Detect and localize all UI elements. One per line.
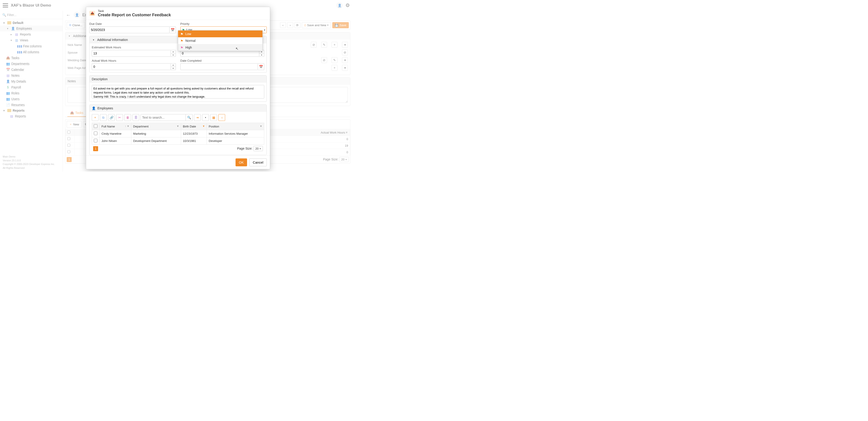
save-and-new-button[interactable]: ⎙Save and New▾ <box>302 22 331 28</box>
row-checkbox[interactable] <box>94 131 97 135</box>
tree-tasks[interactable]: 📤Tasks <box>0 55 63 61</box>
field-edit-icon[interactable]: ✎ <box>321 42 327 48</box>
export-icon[interactable]: ⇥ <box>194 114 201 121</box>
row-checkbox[interactable] <box>67 144 70 147</box>
calendar-icon[interactable]: 📅 <box>169 27 176 33</box>
row-checkbox[interactable] <box>94 139 97 142</box>
cursor-icon: ↖ <box>236 46 239 51</box>
link-icon[interactable]: 🔗 <box>108 114 115 121</box>
spin-up[interactable]: ▲ <box>171 50 176 54</box>
delete-icon[interactable]: 🗑 <box>124 114 131 121</box>
due-date-input[interactable] <box>89 27 169 33</box>
archive-icon[interactable]: 🗄 <box>132 114 139 121</box>
tree-all-columns[interactable]: ▮▮▮All columns <box>0 49 63 55</box>
gear-icon[interactable]: ⚙ <box>345 2 350 8</box>
field-clear-icon[interactable]: ⊘ <box>321 57 327 63</box>
tree-employees[interactable]: ▾👤Employees <box>0 26 63 31</box>
col-birth-date[interactable]: Birth Date▼ <box>181 123 207 130</box>
tree-users[interactable]: 👥Users <box>0 96 63 102</box>
spin-up[interactable]: ▲ <box>171 64 176 67</box>
row-checkbox[interactable] <box>67 150 70 153</box>
filter-toggle-icon[interactable]: ⫞ <box>218 114 225 121</box>
modal-subtitle: Task <box>98 9 171 13</box>
tree-calendar[interactable]: 📅Calendar <box>0 67 63 72</box>
actual-hours-input[interactable] <box>92 63 171 70</box>
field-dropdown-icon[interactable]: ▾ <box>342 42 348 48</box>
clone-icon[interactable]: ⧉ <box>100 114 107 121</box>
refresh-button[interactable]: ⟳ <box>294 22 301 28</box>
tree-default[interactable]: ▾Default <box>0 20 63 26</box>
modal-title: Create Report on Customer Feedback <box>98 13 171 18</box>
spin-down[interactable]: ▼ <box>171 67 176 70</box>
spin-down[interactable]: ▼ <box>259 54 264 57</box>
date-completed-input[interactable] <box>180 63 258 70</box>
save-button[interactable]: 💾Save <box>332 22 349 28</box>
back-button[interactable]: ← <box>65 12 71 18</box>
field-clear-icon[interactable]: ⊘ <box>342 50 348 55</box>
tree-reports-leaf[interactable]: ▤Reports <box>0 113 63 119</box>
col-full-name[interactable]: Full Name↑ ▼ <box>100 123 131 130</box>
table-row[interactable]: Cindy HanelineMarketing12/23/1973Informa… <box>92 130 264 137</box>
emp-search-input[interactable] <box>141 114 186 121</box>
description-header: Description <box>90 75 267 83</box>
tab-tasks[interactable]: 📤Tasks <box>67 109 86 117</box>
col-department[interactable]: Department▼ <box>131 123 181 130</box>
nav-next-button[interactable]: › <box>287 22 293 28</box>
new-button[interactable]: ＋New <box>67 121 82 128</box>
clone-button[interactable]: ⧉Clone... <box>67 22 85 28</box>
ok-button[interactable]: OK <box>236 158 247 166</box>
actual-hours-label: Actual Work Hours <box>92 59 176 62</box>
tree-my-details[interactable]: 👤My Details <box>0 78 63 84</box>
export-caret[interactable]: ▾ <box>202 114 209 121</box>
due-date-label: Due Date <box>89 22 176 26</box>
tree-resumes[interactable]: 📄Resumes <box>0 102 63 108</box>
field-dropdown-icon[interactable]: ▾ <box>342 57 348 63</box>
priority-option-high[interactable]: ⚑High <box>178 44 262 51</box>
emp-select-all[interactable] <box>94 124 97 128</box>
table-row[interactable]: John NilsenDevelopment Department10/3/19… <box>92 137 264 144</box>
tree-reports-node[interactable]: ▸▤Reports <box>0 31 63 37</box>
date-completed-label: Date Completed <box>180 59 265 62</box>
emp-page-badge[interactable]: 1 <box>93 146 98 151</box>
tree-payroll[interactable]: $Payroll <box>0 84 63 90</box>
nav-prev-button[interactable]: ‹ <box>280 22 286 28</box>
field-edit-icon[interactable]: ✎ <box>332 57 338 63</box>
field-dropdown-icon[interactable]: ▾ <box>342 65 348 71</box>
employees-header: 👤Employees <box>90 105 267 112</box>
tree-views[interactable]: ▾▥Views <box>0 37 63 43</box>
tree-reports-section[interactable]: ▾Reports <box>0 108 63 113</box>
select-all-checkbox[interactable] <box>67 131 70 134</box>
tree-departments[interactable]: 👥Departments <box>0 61 63 67</box>
page-size-label: Page Size: <box>323 158 338 161</box>
row-checkbox[interactable] <box>67 137 70 140</box>
col-position[interactable]: Position▼ <box>207 123 264 130</box>
search-input[interactable] <box>6 12 60 18</box>
emp-page-size-select[interactable]: 20 ▾ <box>253 146 263 151</box>
page-badge[interactable]: 1 <box>67 157 72 162</box>
chevron-down-icon: ▾ <box>264 29 265 31</box>
cancel-button[interactable]: Cancel <box>249 158 267 166</box>
unlink-icon[interactable]: ✂ <box>116 114 123 121</box>
avatar[interactable]: 👤 <box>336 2 343 8</box>
tree-roles[interactable]: 👥Roles <box>0 90 63 96</box>
spin-down[interactable]: ▼ <box>171 54 176 57</box>
columns-icon[interactable]: ▦ <box>210 114 217 121</box>
priority-option-low[interactable]: ⚑Low <box>178 31 262 37</box>
page-size-select[interactable]: 20 ▾ <box>339 157 349 162</box>
add-icon[interactable]: ＋ <box>92 114 98 121</box>
tree-notes[interactable]: ▤Notes <box>0 72 63 78</box>
priority-option-normal[interactable]: ⚑Normal <box>178 37 262 44</box>
est-hours-input[interactable] <box>92 50 171 57</box>
field-clear-icon[interactable]: ⊘ <box>311 42 317 48</box>
app-title: XAF's Blazor UI Demo <box>11 3 51 8</box>
calendar-icon[interactable]: 📅 <box>258 63 264 70</box>
employee-avatar: 👤 <box>74 12 80 18</box>
search-icon[interactable]: 🔍 <box>186 114 193 121</box>
tree-few-columns[interactable]: ▮▮▮Few columns <box>0 43 63 49</box>
field-add-icon[interactable]: ＋ <box>332 42 338 48</box>
field-add-icon[interactable]: ＋ <box>332 65 338 71</box>
est-hours-label: Estimated Work Hours <box>92 46 176 49</box>
description-textarea[interactable] <box>92 85 264 99</box>
priority-dropdown: ⚑Low ⚑Normal ⚑High <box>178 30 263 51</box>
hamburger-icon[interactable] <box>3 3 8 7</box>
